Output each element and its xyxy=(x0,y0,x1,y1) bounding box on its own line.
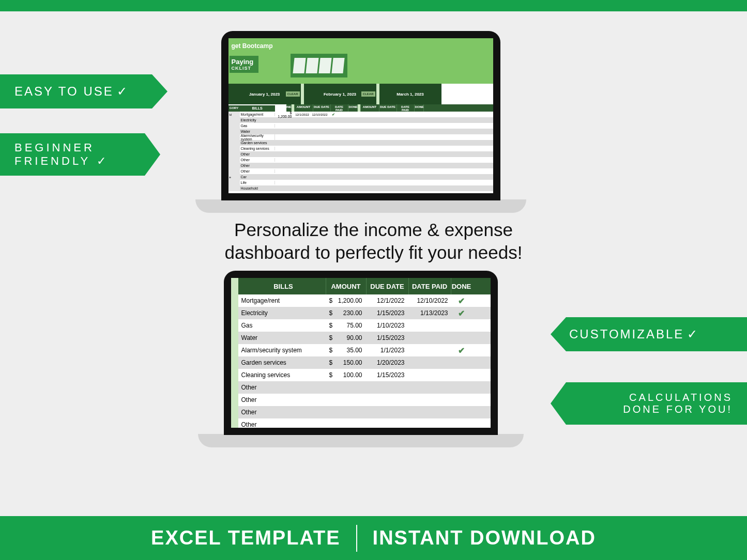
top-accent-bar xyxy=(0,0,747,11)
month-header: January 1, 2023CLEAR xyxy=(228,84,301,104)
table-row: Life xyxy=(228,180,493,185)
cell-done: ✔ xyxy=(451,296,472,306)
cell-bill: Car xyxy=(240,175,275,179)
cell-category xyxy=(228,123,240,129)
headline-line1: Personalize the income & expense xyxy=(0,219,747,241)
cell-amount: $100.00 xyxy=(326,371,367,379)
tag-customizable: CUSTOMIZABLE ✓ xyxy=(551,317,747,351)
table-row: Household xyxy=(228,185,493,191)
cell-due: 1/10/2023 xyxy=(367,322,409,329)
clear-button[interactable]: CLEAR xyxy=(361,91,375,97)
laptop-mockup-2: BILLS AMOUNT DUE DATE DATE PAID DONE Mor… xyxy=(224,271,524,447)
cell-amount: $90.00 xyxy=(326,334,367,341)
check-icon: ✓ xyxy=(687,327,699,341)
cell-bill: Cleaning services xyxy=(238,371,326,379)
screen-2: BILLS AMOUNT DUE DATE DATE PAID DONE Mor… xyxy=(231,278,491,428)
cell-bill: Water xyxy=(240,130,275,133)
cell-due: 1/1/2023 xyxy=(367,347,409,354)
table-row: Alarm/security system xyxy=(228,134,493,140)
section-title: Paying xyxy=(232,58,254,66)
cell-bill: Other xyxy=(238,409,326,416)
cell-category: e xyxy=(228,174,240,180)
bottom-bar: EXCEL TEMPLATE INSTANT DOWNLOAD xyxy=(0,516,747,560)
cell-bill: Gas xyxy=(238,322,326,329)
tag-calculations: CALCULATIONS DONE FOR YOU! xyxy=(551,382,747,425)
spacer xyxy=(231,278,238,428)
cell-bill: Electricity xyxy=(240,118,275,122)
tag-beginner-friendly: BEGINNER FRIENDLY ✓ xyxy=(0,133,160,176)
cell-bill: Other xyxy=(238,396,326,403)
table-row: Garden services$150.001/20/2023 xyxy=(238,356,491,369)
section-subtitle: CKLIST xyxy=(232,66,254,71)
cell-paid: 12/10/2022 xyxy=(311,113,329,116)
cell-category xyxy=(228,163,240,168)
tag-label: CUSTOMIZABLE xyxy=(569,327,684,341)
cell-category xyxy=(228,129,240,134)
cell-bill: Garden services xyxy=(240,141,275,145)
cell-due: 12/1/2022 xyxy=(367,297,409,304)
cell-bill: Household xyxy=(240,186,275,190)
cell-done: ✔ xyxy=(451,308,472,318)
cell-amount: $150.00 xyxy=(326,359,367,366)
col-due-date: DUE DATE xyxy=(367,278,409,294)
table-row: Alarm/security system$35.001/1/2023✔ xyxy=(238,344,491,356)
cell-bill: Water xyxy=(238,334,326,341)
tag-label-line2: FRIENDLY xyxy=(14,154,90,168)
divider xyxy=(356,525,357,552)
month-header: March 1, 2023 xyxy=(379,84,441,104)
cell-paid: 12/10/2022 xyxy=(409,297,451,304)
tag-label-line2: DONE FOR YOU! xyxy=(623,403,733,415)
col-done: DONE xyxy=(451,278,472,294)
cell-bill: Other xyxy=(238,421,326,428)
bottom-left: EXCEL TEMPLATE xyxy=(151,527,341,549)
cell-amount: $35.00 xyxy=(326,347,367,354)
tag-label: EASY TO USE xyxy=(14,84,114,99)
cell-bill: Other xyxy=(238,384,326,391)
cell-category xyxy=(228,117,240,123)
cell-done: ✔ xyxy=(329,113,338,117)
check-icon: ✓ xyxy=(97,154,109,168)
cell-bill: Alarm/security system xyxy=(238,347,326,354)
cell-bill: Alarm/security system xyxy=(240,134,275,141)
cell-paid: 1/13/2023 xyxy=(409,309,451,317)
table-row: eCar xyxy=(228,174,493,180)
table-row: Other xyxy=(228,157,493,163)
table-row: Electricity xyxy=(228,117,493,123)
cell-bill: Electricity xyxy=(238,309,326,317)
cell-amount: $ 1,200.00 xyxy=(275,111,294,118)
table-row: Gas xyxy=(228,123,493,129)
col-date-paid: DATE PAID xyxy=(409,278,451,294)
col-amount: AMOUNT xyxy=(326,278,367,294)
table-row: Electricity$230.001/15/20231/13/2023✔ xyxy=(238,307,491,319)
table-row: Cleaning services xyxy=(228,146,493,151)
cell-due: 12/1/2022 xyxy=(294,113,311,116)
cell-done: ✔ xyxy=(451,346,472,355)
cell-amount: $230.00 xyxy=(326,309,367,317)
table-row: ldMortgage/rent$ 1,200.0012/1/202212/10/… xyxy=(228,112,493,117)
cell-category xyxy=(228,157,240,163)
cell-category xyxy=(228,185,240,191)
laptop-base xyxy=(195,199,526,213)
cell-bill: Other xyxy=(240,169,275,173)
table-row: Water$90.001/15/2023 xyxy=(238,332,491,344)
table-row: Cleaning services$100.001/15/2023 xyxy=(238,369,491,381)
table-row: Other xyxy=(238,381,491,394)
col-bills: BILLS xyxy=(240,105,275,112)
col-category: GORY xyxy=(228,105,240,112)
cell-bill: Mortgage/rent xyxy=(238,297,326,304)
cell-category: ld xyxy=(228,112,240,117)
cell-amount: $1,200.00 xyxy=(326,297,367,304)
clear-button[interactable]: CLEAR xyxy=(286,91,300,97)
cell-due: 1/15/2023 xyxy=(367,334,409,341)
table-row: Gas$75.001/10/2023 xyxy=(238,319,491,332)
screen-1: get Bootcamp Paying CKLIST ou Enter bill… xyxy=(228,38,493,193)
cell-due: 1/15/2023 xyxy=(367,309,409,317)
cell-amount: $75.00 xyxy=(326,322,367,329)
check-icon: ✓ xyxy=(117,84,129,99)
table-row: Other xyxy=(238,394,491,406)
col-bills: BILLS xyxy=(238,278,326,294)
table-row: Other xyxy=(228,151,493,157)
table-row: Garden services xyxy=(228,140,493,146)
table-row: Other xyxy=(228,168,493,174)
cell-category xyxy=(228,168,240,174)
